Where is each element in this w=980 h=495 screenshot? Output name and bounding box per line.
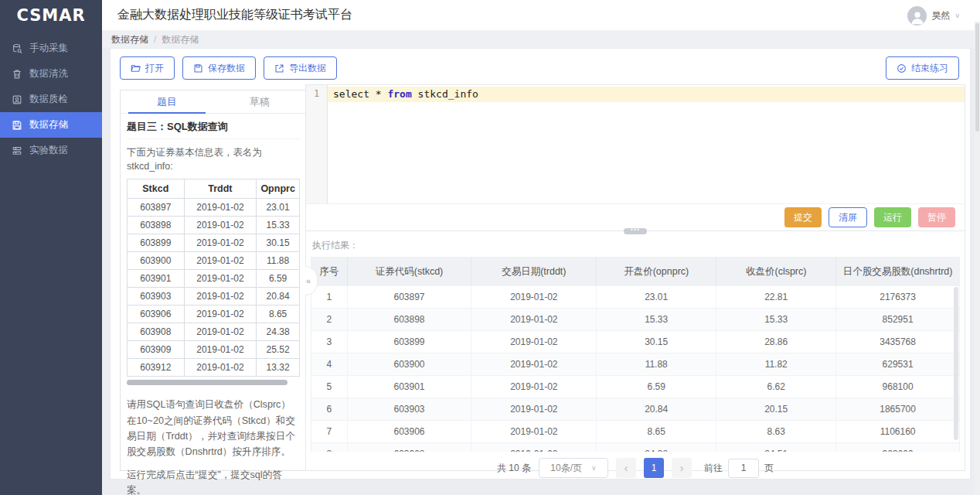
table-row: 36038992019-01-0230.1528.863435768 bbox=[311, 331, 959, 353]
table-cell: 603897 bbox=[347, 286, 471, 309]
sidebar-item-manual-collect[interactable]: 手动采集 bbox=[0, 36, 102, 61]
sidebar-item-data-storage[interactable]: 数据存储 bbox=[0, 112, 102, 138]
sidebar-nav: 手动采集 数据清洗 数据质检 bbox=[0, 31, 102, 163]
table-cell: 22.81 bbox=[716, 286, 836, 309]
tab-draft[interactable]: 草稿 bbox=[213, 90, 306, 113]
table-cell: 2019-01-02 bbox=[184, 199, 257, 217]
table-cell: 8 bbox=[311, 443, 347, 452]
clear-screen-button[interactable]: 清屏 bbox=[829, 207, 867, 227]
table-cell: 8.65 bbox=[597, 421, 716, 443]
table-cell: 11.88 bbox=[597, 353, 716, 376]
sidebar-item-data-qc[interactable]: 数据质检 bbox=[0, 87, 102, 112]
table-cell: 603900 bbox=[347, 353, 471, 376]
database-search-icon bbox=[12, 43, 22, 54]
finish-practice-button[interactable]: 结束练习 bbox=[886, 56, 959, 80]
table-cell: 2019-01-02 bbox=[184, 306, 257, 323]
table-row: 86039082019-01-0224.3824.51963600 bbox=[311, 443, 959, 452]
results-section: 执行结果： 序号 证券代码(stkcd) 交易日期(trddt) bbox=[306, 231, 965, 484]
table-row: 46039002019-01-0211.8811.82629531 bbox=[311, 353, 959, 376]
prev-page-button[interactable]: ‹ bbox=[616, 458, 636, 478]
column-header: 日个股交易股数(dnshrtrd) bbox=[836, 258, 959, 286]
tab-question[interactable]: 题目 bbox=[121, 90, 213, 113]
table-cell: 2176373 bbox=[836, 286, 959, 309]
splitter-drag-handle[interactable]: ••• bbox=[624, 228, 647, 234]
page-size-select[interactable]: 10条/页 ∨ bbox=[539, 458, 608, 478]
save-data-button[interactable]: 保存数据 bbox=[182, 56, 256, 80]
table-row: 6038982019-01-0215.33 bbox=[128, 217, 300, 234]
column-header: 证券代码(stkcd) bbox=[347, 258, 471, 286]
page-number-button[interactable]: 1 bbox=[644, 458, 664, 478]
table-cell: 4 bbox=[311, 353, 347, 376]
horizontal-scrollbar-thumb[interactable] bbox=[127, 380, 288, 385]
save-button-label: 保存数据 bbox=[208, 62, 245, 75]
table-cell: 20.84 bbox=[597, 398, 716, 421]
sidebar-item-label: 实验数据 bbox=[29, 144, 68, 157]
table-cell: 20.84 bbox=[257, 288, 300, 306]
table-cell: 963600 bbox=[836, 443, 959, 452]
table-row: 6039012019-01-026.59 bbox=[128, 270, 300, 288]
table-cell: 6.62 bbox=[716, 376, 836, 398]
table-cell: 5 bbox=[311, 376, 347, 398]
sql-editor[interactable]: 1 select * from stkcd_info bbox=[306, 85, 965, 204]
sidebar-item-experiment-data[interactable]: 实验数据 bbox=[0, 138, 102, 163]
breadcrumb: 数据存储 / 数据存储 bbox=[102, 31, 980, 48]
next-page-button[interactable]: › bbox=[672, 458, 692, 478]
user-badge-icon bbox=[12, 94, 22, 105]
table-cell: 629531 bbox=[836, 353, 959, 376]
page-scrollbar bbox=[975, 22, 980, 495]
table-cell: 603897 bbox=[128, 199, 185, 217]
table-cell: 603899 bbox=[347, 331, 471, 353]
user-menu[interactable]: 昊然 ∨ bbox=[907, 0, 960, 31]
circle-check-icon bbox=[897, 63, 907, 73]
code-text: stkcd_info bbox=[412, 88, 478, 100]
breadcrumb-separator: / bbox=[154, 34, 156, 45]
save-icon bbox=[193, 63, 203, 73]
table-row: 66039032019-01-0220.8420.151865700 bbox=[311, 398, 959, 421]
finish-button-label: 结束练习 bbox=[911, 62, 948, 75]
sidebar-item-label: 数据存储 bbox=[29, 118, 68, 131]
table-row: 6038972019-01-0223.01 bbox=[128, 199, 300, 217]
table-cell: 2019-01-02 bbox=[471, 421, 597, 443]
panel-splitter: ••• bbox=[306, 230, 965, 231]
pause-button[interactable]: 暂停 bbox=[918, 207, 955, 227]
table-cell: 603903 bbox=[347, 398, 471, 421]
table-cell: 2019-01-02 bbox=[184, 270, 257, 288]
table-cell: 25.52 bbox=[257, 341, 300, 359]
table-cell: 852951 bbox=[836, 309, 959, 331]
column-header: Opnprc bbox=[257, 179, 300, 199]
submit-button[interactable]: 提交 bbox=[784, 207, 822, 227]
export-button-label: 导出数据 bbox=[289, 62, 326, 75]
open-button[interactable]: 打开 bbox=[120, 56, 175, 80]
floppy-disk-icon bbox=[12, 120, 22, 131]
chevron-down-icon: ∨ bbox=[591, 464, 597, 472]
vertical-scrollbar-thumb[interactable] bbox=[954, 287, 958, 440]
file-toolbar: 打开 保存数据 导出数据 bbox=[120, 56, 337, 80]
table-cell: 30.15 bbox=[597, 331, 716, 353]
page-scrollbar-thumb[interactable] bbox=[975, 23, 979, 131]
table-cell: 603908 bbox=[128, 323, 185, 341]
sidebar-item-data-clean[interactable]: 数据清洗 bbox=[0, 61, 102, 87]
table-header-row: Stkcd Trddt Opnprc bbox=[128, 179, 300, 199]
user-name: 昊然 bbox=[931, 9, 950, 22]
table-cell: 24.38 bbox=[597, 443, 716, 452]
table-cell: 2019-01-02 bbox=[184, 252, 257, 270]
table-cell: 603906 bbox=[128, 306, 185, 323]
open-button-label: 打开 bbox=[145, 62, 164, 75]
table-cell: 2 bbox=[311, 309, 347, 331]
column-header: 交易日期(trddt) bbox=[471, 258, 597, 286]
chevron-down-icon: ∨ bbox=[954, 12, 960, 19]
breadcrumb-item[interactable]: 数据存储 bbox=[111, 33, 148, 46]
goto-page-input[interactable] bbox=[728, 459, 759, 478]
run-button[interactable]: 运行 bbox=[874, 207, 911, 227]
table-cell: 11.88 bbox=[257, 252, 300, 270]
table-cell: 603898 bbox=[347, 309, 471, 331]
question-instructions: 请用SQL语句查询日收盘价（Clsprc）在10~20之间的证券代码（Stkcd… bbox=[127, 387, 300, 495]
main-card: 打开 保存数据 导出数据 bbox=[110, 48, 971, 480]
export-data-button[interactable]: 导出数据 bbox=[264, 56, 337, 80]
column-header: 开盘价(opnprc) bbox=[597, 258, 716, 286]
table-cell: 15.33 bbox=[257, 217, 300, 234]
sidebar-item-label: 手动采集 bbox=[29, 42, 68, 55]
table-cell: 11.82 bbox=[716, 353, 836, 376]
table-cell: 2019-01-02 bbox=[471, 398, 597, 421]
page-title: 金融大数据处理职业技能等级证书考试平台 bbox=[117, 7, 352, 23]
